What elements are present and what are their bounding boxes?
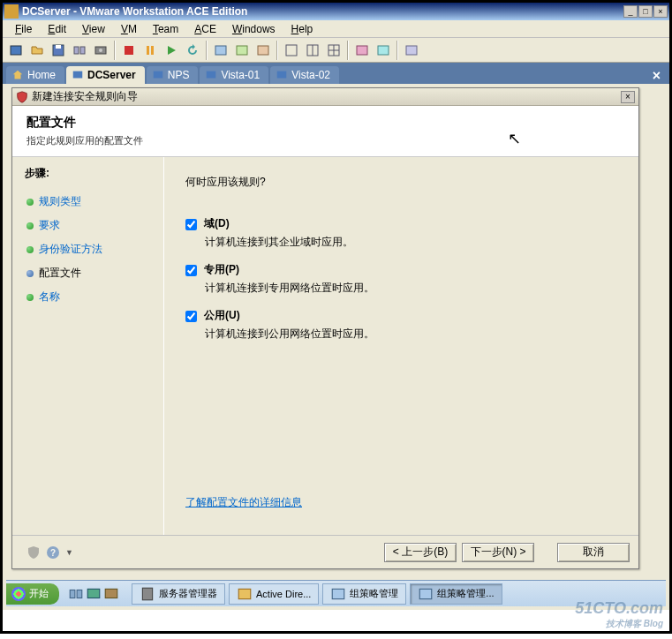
menu-vm[interactable]: VM <box>114 21 144 37</box>
svg-rect-22 <box>73 71 83 79</box>
svg-rect-33 <box>238 589 251 598</box>
tool-save[interactable] <box>49 41 68 60</box>
svg-rect-10 <box>215 46 226 55</box>
svg-rect-7 <box>125 46 133 55</box>
tool-summary[interactable] <box>402 41 421 60</box>
tool-view1[interactable] <box>282 41 301 60</box>
step-rule-type[interactable]: 规则类型 <box>25 190 151 214</box>
tool-snapshot[interactable] <box>211 41 230 60</box>
learn-more-link[interactable]: 了解配置文件的详细信息 <box>185 495 617 510</box>
tool-new-vm[interactable] <box>6 41 26 60</box>
checkbox-public[interactable] <box>185 310 197 323</box>
tool-open[interactable] <box>27 41 47 60</box>
vm-icon <box>205 69 217 81</box>
tool-capture[interactable] <box>91 41 110 60</box>
svg-rect-31 <box>105 589 117 598</box>
svg-rect-35 <box>420 589 433 598</box>
menu-view[interactable]: View <box>75 21 112 37</box>
menu-team[interactable]: Team <box>146 21 185 37</box>
window-title: DCServer - VMware Workstation ACE Editio… <box>22 5 623 18</box>
step-label: 名称 <box>39 289 60 304</box>
app-icon <box>4 4 19 19</box>
step-profile[interactable]: 配置文件 <box>25 261 151 285</box>
vm-icon <box>152 69 164 81</box>
svg-rect-34 <box>333 589 345 598</box>
tab-vista02[interactable]: Vista-02 <box>270 66 339 84</box>
menu-windows[interactable]: Windows <box>225 21 283 37</box>
home-icon <box>11 69 24 81</box>
tab-nps[interactable]: NPS <box>147 66 199 84</box>
svg-rect-23 <box>153 71 162 79</box>
tool-view2[interactable] <box>303 41 322 60</box>
menu-ace[interactable]: ACE <box>187 21 223 37</box>
step-label: 要求 <box>39 218 60 233</box>
dialog-close-button[interactable]: × <box>621 91 635 103</box>
toolbar <box>3 38 669 63</box>
taskbar: 开始 服务器管理器 Active Dire... 组策略管理 组策略管理... <box>6 580 666 606</box>
scrollbar[interactable] <box>647 190 662 578</box>
bullet-icon <box>26 199 34 206</box>
option-label: 域(D) <box>204 216 230 231</box>
menu-edit[interactable]: Edit <box>41 21 73 37</box>
tab-label: NPS <box>168 69 190 81</box>
tool-reset[interactable] <box>183 41 202 60</box>
help-icon[interactable]: ? <box>46 545 60 560</box>
svg-rect-28 <box>70 590 75 598</box>
menubar: File Edit View VM Team ACE Windows Help <box>3 20 669 38</box>
ql-explorer-icon[interactable] <box>68 586 84 602</box>
step-name[interactable]: 名称 <box>25 285 151 309</box>
tab-vista01[interactable]: Vista-01 <box>200 66 268 84</box>
tool-unity[interactable] <box>352 41 372 60</box>
tool-manage[interactable] <box>253 41 273 60</box>
dialog-title: 新建连接安全规则向导 <box>32 89 138 104</box>
maximize-button[interactable]: □ <box>638 5 653 18</box>
toolbar-separator <box>276 41 278 60</box>
step-auth-method[interactable]: 身份验证方法 <box>25 237 151 261</box>
tool-stop[interactable] <box>119 41 139 60</box>
ql-desktop-icon[interactable] <box>86 586 102 602</box>
step-requirements[interactable]: 要求 <box>25 214 151 237</box>
tabbar-close[interactable]: × <box>647 68 666 84</box>
start-button[interactable]: 开始 <box>6 583 59 605</box>
task-label: 服务器管理器 <box>159 587 217 600</box>
ql-app-icon[interactable] <box>103 586 119 602</box>
dialog-header: 配置文件 指定此规则应用的配置文件 <box>12 106 638 157</box>
tool-pause[interactable] <box>140 41 160 60</box>
task-active-directory[interactable]: Active Dire... <box>229 583 319 605</box>
tab-label: Vista-02 <box>291 69 330 81</box>
close-button[interactable]: × <box>653 5 668 18</box>
svg-rect-30 <box>87 589 100 598</box>
bullet-icon <box>26 246 34 253</box>
checkbox-private[interactable] <box>185 264 197 277</box>
tool-revert[interactable] <box>232 41 252 60</box>
task-gpo-mgmt2[interactable]: 组策略管理... <box>410 583 502 605</box>
task-label: 组策略管理 <box>350 587 398 600</box>
task-server-manager[interactable]: 服务器管理器 <box>132 583 225 605</box>
tab-home[interactable]: Home <box>6 66 64 84</box>
task-gpo-mgmt[interactable]: 组策略管理 <box>322 583 406 605</box>
cancel-button[interactable]: 取消 <box>557 543 630 562</box>
svg-rect-20 <box>378 46 389 55</box>
window-titlebar: DCServer - VMware Workstation ACE Editio… <box>3 3 669 20</box>
menu-help[interactable]: Help <box>284 21 321 37</box>
back-button[interactable]: < 上一步(B) <box>384 543 457 562</box>
step-label: 规则类型 <box>39 194 81 209</box>
header-subtitle: 指定此规则应用的配置文件 <box>26 134 624 147</box>
svg-rect-29 <box>77 590 82 598</box>
menu-file[interactable]: File <box>8 21 39 37</box>
svg-rect-0 <box>11 46 21 55</box>
tool-connect[interactable] <box>70 41 89 60</box>
svg-rect-19 <box>357 46 367 55</box>
tool-play[interactable] <box>162 41 181 60</box>
minimize-button[interactable]: _ <box>623 5 638 18</box>
task-label: 组策略管理... <box>437 587 494 600</box>
toolbar-separator <box>396 41 398 60</box>
bullet-icon <box>26 222 34 229</box>
tab-dcserver[interactable]: DCServer <box>66 66 145 84</box>
step-label: 配置文件 <box>39 266 81 281</box>
next-button[interactable]: 下一步(N) > <box>462 543 534 562</box>
tool-fullscreen[interactable] <box>374 41 393 60</box>
tool-view3[interactable] <box>324 41 344 60</box>
checkbox-domain[interactable] <box>185 218 197 231</box>
dropdown-arrow-icon[interactable]: ▼ <box>65 548 73 557</box>
